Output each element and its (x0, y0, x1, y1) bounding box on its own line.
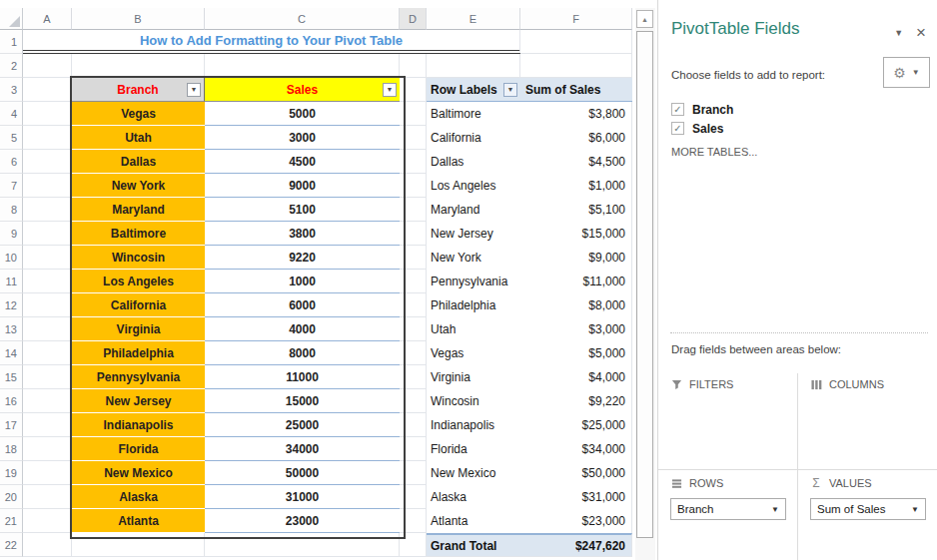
cell-A22[interactable] (23, 533, 72, 557)
scrollbar-thumb[interactable] (636, 31, 653, 538)
cell-C18[interactable]: 34000 (205, 437, 400, 461)
column-header-F[interactable]: F (520, 8, 632, 30)
cell-E13[interactable]: Utah (427, 317, 520, 341)
cell-B14[interactable]: Philadelphia (72, 341, 205, 365)
cell-B11[interactable]: Los Angeles (72, 270, 205, 293)
field-item-branch[interactable]: ✓Branch (671, 100, 733, 119)
cell-E9[interactable]: New Jersey (427, 222, 520, 246)
cell-A2[interactable] (23, 54, 72, 78)
row-header-3[interactable]: 3 (0, 78, 23, 102)
row-header-2[interactable]: 2 (0, 54, 23, 78)
field-item-sales[interactable]: ✓Sales (671, 119, 733, 138)
values-field-button[interactable]: Sum of Sales ▼ (810, 498, 926, 520)
cell-C17[interactable]: 25000 (205, 413, 400, 437)
cell-A15[interactable] (23, 365, 72, 389)
column-header-C[interactable]: C (205, 8, 400, 30)
cell-E7[interactable]: Los Angeles (427, 174, 520, 198)
row-header-16[interactable]: 16 (0, 389, 23, 413)
cell-C10[interactable]: 9220 (205, 246, 400, 270)
cell-D12[interactable] (400, 293, 427, 317)
row-header-19[interactable]: 19 (0, 461, 23, 485)
cell-C12[interactable]: 6000 (205, 293, 400, 317)
cell-C8[interactable]: 5100 (205, 198, 400, 222)
cell-A5[interactable] (23, 126, 72, 150)
pane-options-dropdown-icon[interactable]: ▼ (894, 28, 903, 38)
cell-E18[interactable]: Florida (427, 437, 520, 461)
cell-F12[interactable]: $8,000 (520, 293, 632, 317)
cell-E14[interactable]: Vegas (427, 341, 520, 365)
cell-E12[interactable]: Philadelphia (427, 293, 520, 317)
row-header-9[interactable]: 9 (0, 222, 23, 246)
cell-E17[interactable]: Indianapolis (427, 413, 520, 437)
cell-C15[interactable]: 11000 (205, 365, 400, 389)
row-header-22[interactable]: 22 (0, 533, 23, 557)
more-tables-link[interactable]: MORE TABLES... (671, 146, 757, 158)
cell-B8[interactable]: Maryland (72, 198, 205, 222)
cell-D7[interactable] (400, 174, 427, 198)
column-header-A[interactable]: A (23, 8, 72, 30)
cell-D20[interactable] (400, 485, 427, 509)
cell-E5[interactable]: California (427, 126, 520, 150)
cell-F10[interactable]: $9,000 (520, 246, 632, 270)
cell-C5[interactable]: 3000 (205, 126, 400, 150)
cell-F14[interactable]: $5,000 (520, 341, 632, 365)
cell-A8[interactable] (23, 198, 72, 222)
cell-F17[interactable]: $25,000 (520, 413, 632, 437)
cell-A11[interactable] (23, 270, 72, 293)
cell-C16[interactable]: 15000 (205, 389, 400, 413)
cell-C14[interactable]: 8000 (205, 341, 400, 365)
row-header-5[interactable]: 5 (0, 126, 23, 150)
cell-B22[interactable] (72, 533, 205, 557)
cell-C3[interactable]: Sales▼ (205, 78, 400, 102)
vertical-scrollbar[interactable]: ▲ (635, 8, 655, 560)
cell-C6[interactable]: 4500 (205, 150, 400, 174)
cell-B9[interactable]: Baltimore (72, 222, 205, 246)
cell-F21[interactable]: $23,000 (520, 509, 632, 533)
sales-filter-button[interactable]: ▼ (383, 83, 397, 97)
cell-F3[interactable]: Sum of Sales (520, 78, 632, 102)
cell-F16[interactable]: $9,220 (520, 389, 632, 413)
cell-C7[interactable]: 9000 (205, 174, 400, 198)
values-area[interactable]: Σ VALUES Sum of Sales ▼ (798, 470, 937, 560)
filters-area[interactable]: FILTERS (658, 371, 797, 469)
row-header-12[interactable]: 12 (0, 293, 23, 317)
cell-C2[interactable] (205, 54, 400, 78)
row-header-8[interactable]: 8 (0, 198, 23, 222)
cell-E22[interactable]: Grand Total (427, 533, 520, 557)
cell-F5[interactable]: $6,000 (520, 126, 632, 150)
column-header-B[interactable]: B (72, 8, 205, 30)
cell-A19[interactable] (23, 461, 72, 485)
cell-C20[interactable]: 31000 (205, 485, 400, 509)
row-labels-filter-button[interactable]: ▼ (503, 83, 517, 97)
row-header-14[interactable]: 14 (0, 341, 23, 365)
row-header-21[interactable]: 21 (0, 509, 23, 533)
row-header-15[interactable]: 15 (0, 365, 23, 389)
cell-C11[interactable]: 1000 (205, 270, 400, 293)
cell-F19[interactable]: $50,000 (520, 461, 632, 485)
cell-F18[interactable]: $34,000 (520, 437, 632, 461)
cell-E4[interactable]: Baltimore (427, 102, 520, 126)
row-header-4[interactable]: 4 (0, 102, 23, 126)
cell-C19[interactable]: 50000 (205, 461, 400, 485)
cell-D21[interactable] (400, 509, 427, 533)
cell-F11[interactable]: $11,000 (520, 270, 632, 293)
cell-B7[interactable]: New York (72, 174, 205, 198)
cell-E16[interactable]: Wincosin (427, 389, 520, 413)
row-header-10[interactable]: 10 (0, 246, 23, 270)
pane-close-icon[interactable]: × (916, 26, 926, 40)
cell-D13[interactable] (400, 317, 427, 341)
cell-A16[interactable] (23, 389, 72, 413)
cell-C4[interactable]: 5000 (205, 102, 400, 126)
cell-E3[interactable]: Row Labels▼ (427, 78, 520, 102)
cell-D17[interactable] (400, 413, 427, 437)
cell-A10[interactable] (23, 246, 72, 270)
tools-button[interactable]: ⚙ ▼ (883, 57, 930, 88)
cell-A6[interactable] (23, 150, 72, 174)
cell-F6[interactable]: $4,500 (520, 150, 632, 174)
cell-A7[interactable] (23, 174, 72, 198)
cell-B2[interactable] (72, 54, 205, 78)
cell-A4[interactable] (23, 102, 72, 126)
row-header-7[interactable]: 7 (0, 174, 23, 198)
cell-E21[interactable]: Atlanta (427, 509, 520, 533)
cell-D9[interactable] (400, 222, 427, 246)
